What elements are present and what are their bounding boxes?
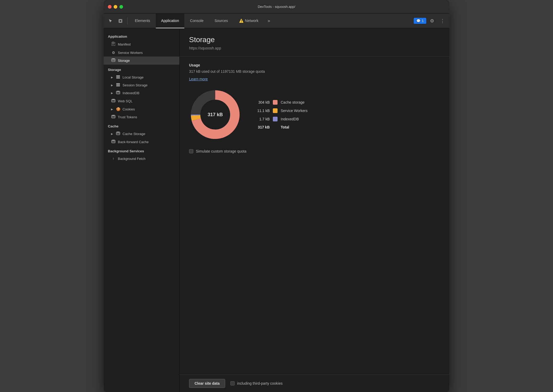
chart-row: 317 kB 304 kB Cache storage 11.1 kB [189, 88, 440, 141]
tab-elements[interactable]: Elements [130, 14, 155, 28]
svg-rect-2 [112, 42, 114, 42]
more-options-button[interactable]: ⋮ [438, 16, 447, 26]
cache-storage-label: Cache Storage [123, 132, 175, 136]
sidebar-item-background-fetch[interactable]: ↑ Background Fetch [104, 155, 179, 163]
chat-count: 1 [422, 19, 424, 23]
layers-icon-btn[interactable] [116, 16, 125, 26]
tab-sources[interactable]: Sources [209, 14, 233, 28]
svg-rect-12 [116, 86, 120, 86]
tabbar: Elements Application Console Sources ⚠️ … [104, 14, 449, 28]
maximize-button[interactable] [119, 5, 123, 9]
more-tabs-btn[interactable]: » [264, 16, 274, 26]
local-storage-icon [116, 75, 120, 79]
svg-rect-11 [116, 85, 120, 85]
network-warning-icon: ⚠️ [239, 19, 244, 23]
svg-rect-5 [112, 44, 114, 44]
minimize-button[interactable] [114, 5, 117, 9]
local-storage-label: Local Storage [123, 75, 175, 79]
cache-storage-icon [116, 132, 120, 136]
sidebar-item-storage[interactable]: Storage [104, 57, 179, 65]
content-inner: Storage https://squoosh.app Usage 317 kB… [180, 28, 449, 374]
third-party-row: including third-party cookies [230, 381, 283, 385]
manifest-label: Manifest [118, 42, 175, 46]
legend-color-workers [273, 108, 278, 113]
sidebar-item-local-storage[interactable]: ▶ Local Storage [104, 73, 179, 81]
svg-point-17 [112, 140, 115, 141]
legend-label-cache: Cache storage [281, 100, 305, 104]
simulate-checkbox[interactable] [189, 149, 193, 153]
chat-icon: 💬 [416, 19, 421, 23]
svg-point-15 [112, 115, 115, 116]
third-party-checkbox[interactable] [230, 381, 235, 385]
service-workers-label: Service Workers [118, 51, 175, 55]
sidebar-item-session-storage[interactable]: ▶ Session Storage [104, 81, 179, 89]
sidebar-item-trust-tokens[interactable]: Trust Tokens [104, 113, 179, 121]
websql-icon [111, 99, 116, 103]
arrow-icon: ▶ [111, 84, 113, 87]
sidebar-item-manifest[interactable]: Manifest [104, 40, 179, 49]
sidebar-item-websql[interactable]: Web SQL [104, 97, 179, 105]
page-title: Storage [189, 36, 440, 44]
sidebar-item-indexeddb[interactable]: ▶ IndexedDB [104, 89, 179, 97]
back-forward-cache-icon [111, 140, 116, 144]
manifest-icon [111, 42, 116, 47]
sidebar-section-storage: Storage [104, 65, 179, 73]
usage-text: 317 kB used out of 1197131 MB storage qu… [189, 69, 440, 74]
sidebar: Application Manifest ⚙ Service Workers S… [104, 28, 180, 392]
window-title: DevTools - squoosh.app/ [258, 5, 295, 9]
service-workers-icon: ⚙ [111, 51, 116, 55]
svg-rect-9 [116, 78, 120, 79]
titlebar: DevTools - squoosh.app/ [104, 0, 449, 14]
legend-color-cache [273, 100, 278, 105]
sidebar-section-cache: Cache [104, 121, 179, 130]
legend-row-indexed: 1.7 kB IndexedDB [254, 117, 307, 121]
legend-label-workers: Service Workers [281, 109, 307, 113]
simulate-checkbox-row: Simulate custom storage quota [189, 149, 440, 153]
svg-point-16 [116, 132, 120, 133]
indexeddb-icon [116, 91, 120, 95]
svg-rect-7 [116, 75, 120, 76]
session-storage-icon [116, 83, 120, 87]
tab-network[interactable]: ⚠️ Network [234, 14, 264, 28]
sidebar-item-service-workers[interactable]: ⚙ Service Workers [104, 49, 179, 57]
legend-value-indexed: 1.7 kB [254, 117, 270, 121]
chat-badge[interactable]: 💬 1 [414, 18, 426, 24]
trust-tokens-icon [111, 115, 116, 119]
background-fetch-label: Background Fetch [118, 157, 175, 161]
cookies-label: Cookies [123, 107, 175, 111]
sidebar-item-back-forward-cache[interactable]: Back-forward Cache [104, 138, 179, 146]
background-fetch-icon: ↑ [111, 156, 116, 161]
usage-label: Usage [189, 63, 440, 67]
svg-rect-1 [119, 20, 121, 22]
donut-chart: 317 kB [189, 88, 241, 141]
sidebar-section-background-services: Background Services [104, 146, 179, 155]
simulate-label: Simulate custom storage quota [196, 149, 246, 153]
close-button[interactable] [108, 5, 112, 9]
cursor-icon-btn[interactable] [106, 16, 115, 26]
clear-site-data-button[interactable]: Clear site data [189, 379, 225, 388]
tab-console[interactable]: Console [185, 14, 209, 28]
session-storage-label: Session Storage [123, 83, 175, 87]
sidebar-item-cookies[interactable]: ▶ 🍪 Cookies [104, 105, 179, 113]
donut-center-label: 317 kB [208, 112, 223, 117]
legend-row-cache: 304 kB Cache storage [254, 100, 307, 105]
legend-row-total: 317 kB Total [254, 125, 307, 129]
legend-label-total: Total [281, 125, 289, 129]
tab-application[interactable]: Application [156, 14, 184, 28]
websql-label: Web SQL [118, 99, 175, 103]
devtools-window: DevTools - squoosh.app/ Elements Applica… [104, 0, 449, 392]
bottom-bar: Clear site data including third-party co… [180, 374, 449, 392]
settings-button[interactable]: ⚙ [427, 16, 437, 26]
sidebar-item-cache-storage[interactable]: ▶ Cache Storage [104, 130, 179, 138]
svg-rect-8 [116, 77, 120, 77]
svg-point-13 [116, 91, 120, 92]
svg-rect-10 [116, 83, 120, 84]
svg-rect-4 [112, 43, 115, 43]
storage-icon [111, 58, 116, 63]
back-forward-cache-label: Back-forward Cache [118, 140, 175, 144]
traffic-lights [108, 5, 123, 9]
chart-legend: 304 kB Cache storage 11.1 kB Service Wor… [254, 100, 307, 129]
storage-url: https://squoosh.app [189, 46, 440, 50]
learn-more-link[interactable]: Learn more [189, 77, 208, 81]
arrow-icon: ▶ [111, 108, 113, 111]
